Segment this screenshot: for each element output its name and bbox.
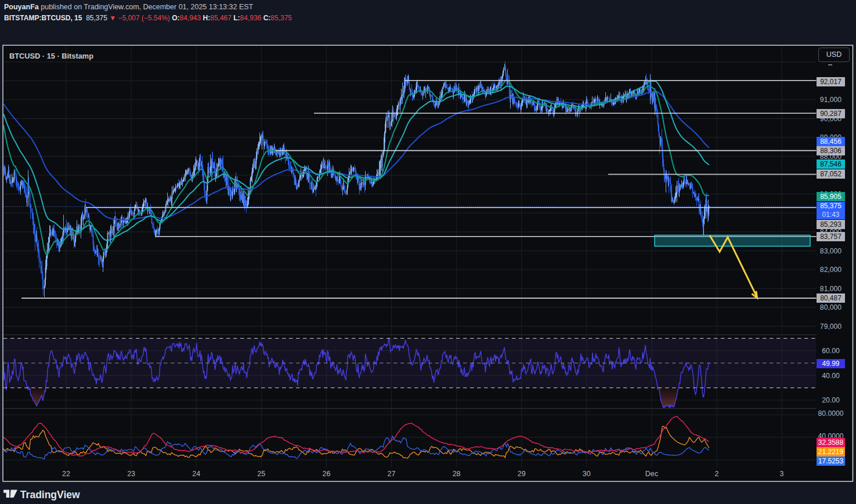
svg-text:30: 30: [583, 470, 591, 478]
svg-text:2: 2: [715, 470, 719, 478]
svg-text:80.0000: 80.0000: [818, 409, 843, 418]
svg-text:25: 25: [257, 470, 265, 478]
svg-text:91,000: 91,000: [820, 96, 841, 104]
svg-text:83,000: 83,000: [820, 247, 841, 255]
svg-text:26: 26: [322, 470, 330, 478]
svg-text:79,000: 79,000: [820, 322, 841, 331]
svg-text:60.00: 60.00: [822, 347, 840, 355]
svg-text:29: 29: [518, 470, 526, 478]
svg-text:82,000: 82,000: [820, 266, 841, 274]
svg-text:40.00: 40.00: [822, 372, 840, 380]
svg-text:80,000: 80,000: [820, 303, 841, 311]
svg-text:81,000: 81,000: [820, 285, 841, 293]
svg-text:23: 23: [127, 470, 135, 478]
svg-text:3: 3: [780, 470, 784, 478]
svg-text:Dec: Dec: [645, 470, 658, 478]
svg-text:22: 22: [62, 470, 70, 478]
svg-text:27: 27: [388, 470, 396, 478]
svg-text:28: 28: [453, 470, 461, 478]
svg-text:24: 24: [192, 470, 200, 478]
svg-text:20.00: 20.00: [822, 396, 840, 404]
